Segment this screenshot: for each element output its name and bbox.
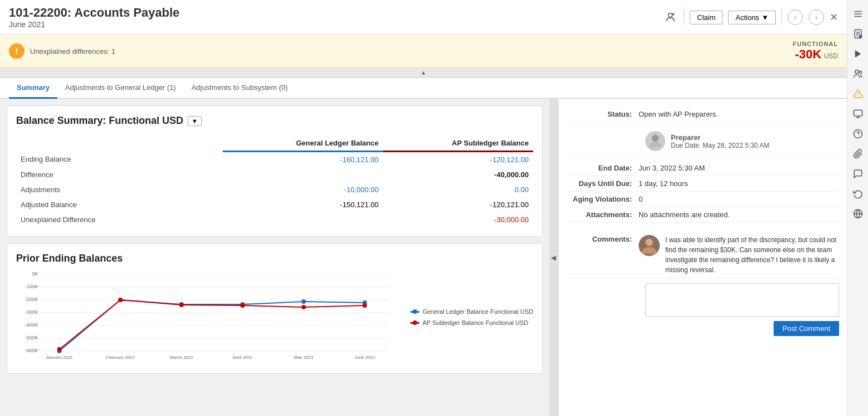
svg-point-20 — [302, 299, 306, 304]
ap-value: -120,121.00 — [383, 197, 533, 212]
ap-preparers-link[interactable]: AP Preparers — [673, 110, 716, 118]
svg-point-34 — [652, 135, 659, 142]
document-icon-btn[interactable]: i — [849, 24, 867, 43]
svg-text:-500K: -500K — [25, 335, 38, 340]
balance-dropdown-button[interactable]: ▼ — [188, 116, 202, 126]
svg-text:May 2021: May 2021 — [294, 355, 314, 359]
history-icon-btn[interactable] — [849, 184, 867, 203]
comments-label: Comments: — [566, 235, 639, 243]
right-panel: Status: Open with AP Preparers Preparer … — [558, 99, 847, 416]
preparer-avatar — [645, 131, 665, 151]
svg-point-47 — [855, 70, 858, 73]
chart-legend: General Ledger Balance Functional USD AP… — [410, 270, 533, 364]
side-collapse-arrow: ◀ — [550, 254, 558, 262]
svg-text:i: i — [860, 36, 860, 39]
header-right: Claim Actions ▼ ‹ › ✕ — [663, 9, 838, 25]
preparer-row: Preparer Due Date: May 28, 2022 5:30 AM — [566, 128, 839, 155]
svg-point-24 — [179, 303, 184, 307]
page-subtitle: June 2021 — [9, 20, 179, 29]
info-fields: End Date: Jun 3, 2022 5:30 AM Days Until… — [566, 161, 839, 223]
field-value: 0 — [639, 195, 839, 203]
svg-text:April 2021: April 2021 — [233, 355, 253, 359]
help-icon-btn[interactable] — [849, 124, 867, 143]
svg-text:-200K: -200K — [25, 297, 38, 302]
svg-text:June 2021: June 2021 — [354, 355, 375, 359]
warning-bar: ! Unexplained differences: 1 FUNCTIONAL … — [0, 35, 847, 68]
claim-button[interactable]: Claim — [690, 11, 723, 24]
field-value: 1 day, 12 hours — [639, 179, 839, 188]
svg-text:January 2021: January 2021 — [46, 355, 73, 359]
gl-value — [223, 167, 383, 182]
table-row: Adjustments -10,000.00 0.00 — [16, 182, 533, 197]
table-row: Adjusted Balance -150,121.00 -120,121.00 — [16, 197, 533, 212]
table-row: Unexplained Difference -30,000.00 — [16, 212, 533, 227]
comment-text: I was able to identify part of the discr… — [665, 235, 839, 275]
chart-title: Prior Ending Balances — [16, 253, 533, 264]
svg-rect-51 — [854, 110, 862, 116]
nav-next-button[interactable]: › — [809, 9, 824, 25]
tab-subsystem-adjustments[interactable]: Adjustments to Subsystem (0) — [184, 78, 295, 99]
side-collapse[interactable]: ◀ — [549, 99, 558, 416]
prior-ending-card: Prior Ending Balances 0K -100K -200K -30… — [7, 243, 543, 374]
commenter-avatar-img — [639, 235, 660, 256]
close-button[interactable]: ✕ — [830, 11, 838, 23]
table-row: Difference -40,000.00 — [16, 167, 533, 182]
list-icon-btn[interactable] — [849, 4, 867, 23]
svg-point-48 — [859, 71, 862, 74]
row-label: Ending Balance — [16, 152, 223, 168]
gl-value — [223, 212, 383, 227]
left-panel: Balance Summary: Functional USD ▼ Genera… — [0, 99, 549, 416]
functional-currency: USD — [824, 52, 838, 60]
functional-amount: -30K — [795, 47, 822, 61]
gl-value: -150,121.00 — [223, 197, 383, 212]
content-area: Balance Summary: Functional USD ▼ Genera… — [0, 99, 847, 416]
tab-bar: Summary Adjustments to General Ledger (1… — [0, 78, 847, 99]
field-label: End Date: — [566, 164, 639, 172]
gl-value: -160,121.00 — [223, 152, 383, 168]
chart-svg: 0K -100K -200K -300K -400K -500K -600K — [16, 270, 405, 359]
post-comment-button[interactable]: Post Comment — [774, 321, 839, 336]
header-left: 101-22200: Accounts Payable June 2021 — [9, 6, 179, 29]
chat-icon-btn[interactable] — [849, 164, 867, 183]
people-icon-btn[interactable] — [849, 64, 867, 83]
field-value: No attachments are created. — [639, 210, 839, 219]
attachment-icon-btn[interactable] — [849, 144, 867, 163]
balance-summary-card: Balance Summary: Functional USD ▼ Genera… — [7, 106, 543, 237]
actions-button[interactable]: Actions ▼ — [728, 11, 776, 24]
ap-header: AP Subledger Balance — [383, 136, 533, 152]
dropdown-arrow-icon: ▼ — [761, 13, 769, 22]
data-icon-btn[interactable] — [849, 104, 867, 123]
svg-point-26 — [302, 305, 306, 309]
info-row: Days Until Due: 1 day, 12 hours — [566, 176, 839, 192]
svg-text:March 2021: March 2021 — [170, 355, 194, 359]
tab-gl-adjustments[interactable]: Adjustments to General Ledger (1) — [57, 78, 183, 99]
user-icon[interactable] — [663, 9, 678, 25]
divider2 — [781, 9, 782, 25]
play-icon-btn[interactable] — [849, 44, 867, 63]
row-label: Adjustments — [16, 182, 223, 197]
field-label: Aging Violations: — [566, 195, 639, 203]
alert-icon-btn[interactable] — [849, 84, 867, 103]
svg-point-1 — [673, 13, 675, 16]
ap-value: -120,121.00 — [383, 152, 533, 168]
page-title: 101-22200: Accounts Payable — [9, 6, 179, 20]
globe-icon-btn[interactable] — [849, 204, 867, 223]
collapse-bar[interactable]: ▲ — [0, 68, 847, 78]
svg-point-23 — [118, 298, 123, 302]
divider — [684, 9, 684, 25]
tab-summary[interactable]: Summary — [9, 78, 57, 99]
comment-input[interactable] — [645, 283, 839, 317]
collapse-arrow: ▲ — [421, 69, 427, 76]
preparer-info: Preparer Due Date: May 28, 2022 5:30 AM — [671, 133, 769, 149]
table-row: Ending Balance -160,121.00 -120,121.00 — [16, 152, 533, 168]
comment-section: Comments: I w — [566, 228, 839, 339]
status-row: Status: Open with AP Preparers — [566, 107, 839, 122]
ap-value: 0.00 — [383, 182, 533, 197]
nav-prev-button[interactable]: ‹ — [787, 9, 803, 25]
ap-value: -30,000.00 — [383, 212, 533, 227]
svg-point-0 — [669, 13, 673, 17]
gl-value: -10,000.00 — [223, 182, 383, 197]
svg-point-25 — [240, 303, 245, 308]
svg-text:-600K: -600K — [25, 348, 38, 353]
row-label: Adjusted Balance — [16, 197, 223, 212]
